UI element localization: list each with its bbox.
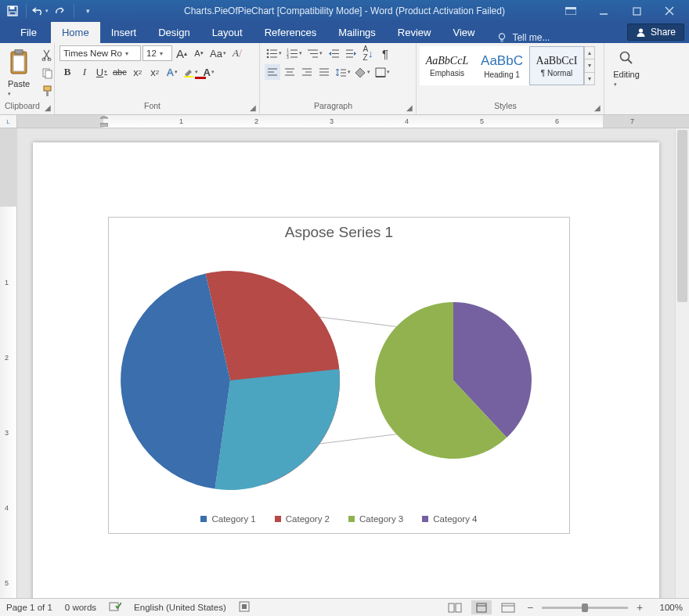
show-marks-button[interactable]: ¶ — [377, 45, 393, 61]
paste-button[interactable]: Paste ▾ — [5, 45, 34, 99]
font-size-select[interactable]: 12▾ — [142, 45, 172, 61]
chevron-down-icon[interactable]: ▾ — [585, 59, 594, 72]
svg-text:4: 4 — [5, 504, 9, 512]
cut-button[interactable] — [39, 47, 55, 63]
grow-font-button[interactable]: A▴ — [174, 45, 189, 61]
svg-text:4: 4 — [405, 117, 409, 125]
subscript-button[interactable]: x2 — [130, 64, 146, 80]
numbering-button[interactable]: 123▾ — [285, 45, 304, 61]
decrease-indent-button[interactable] — [326, 45, 341, 61]
style-name: Heading 1 — [484, 70, 520, 79]
svg-rect-2 — [9, 12, 16, 15]
minimize-icon[interactable] — [587, 2, 620, 20]
shading-button[interactable]: ▾ — [354, 64, 372, 80]
tab-selector[interactable]: L — [0, 115, 17, 128]
change-case-button[interactable]: Aa▾ — [208, 45, 228, 61]
ribbon-options-icon[interactable] — [554, 2, 587, 20]
tab-mailings[interactable]: Mailings — [327, 22, 387, 43]
vertical-scrollbar[interactable] — [675, 128, 689, 598]
spellcheck-icon[interactable] — [109, 601, 121, 614]
tab-home[interactable]: Home — [51, 22, 100, 43]
editing-menu[interactable]: Editing▾ — [610, 45, 643, 89]
tab-view[interactable]: View — [442, 22, 485, 43]
borders-button[interactable]: ▾ — [373, 64, 391, 80]
dialog-launcher-icon[interactable]: ◢ — [593, 103, 602, 113]
svg-rect-4 — [565, 7, 576, 9]
align-left-button[interactable] — [265, 64, 280, 80]
tell-me-search[interactable]: Tell me... — [496, 32, 550, 43]
chevron-up-icon[interactable]: ▴ — [585, 47, 594, 59]
web-layout-button[interactable] — [498, 600, 518, 614]
styles-more-icon[interactable]: ▾ — [585, 73, 594, 85]
tab-references[interactable]: References — [254, 22, 327, 43]
style-emphasis[interactable]: AaBbCcL Emphasis — [420, 46, 474, 85]
styles-scroll[interactable]: ▴ ▾ ▾ — [584, 46, 595, 85]
style-normal[interactable]: AaBbCcI ¶ Normal — [529, 46, 584, 85]
print-layout-button[interactable] — [471, 600, 492, 614]
sort-button[interactable]: AZ↓ — [360, 45, 376, 61]
tab-insert[interactable]: Insert — [100, 22, 148, 43]
undo-icon[interactable]: ▾ — [31, 2, 49, 20]
horizontal-ruler[interactable]: 123 456 7 — [17, 115, 689, 128]
line-spacing-button[interactable]: ▾ — [334, 64, 352, 80]
redo-icon[interactable] — [51, 2, 70, 20]
dialog-launcher-icon[interactable]: ◢ — [43, 103, 52, 113]
clear-format-button[interactable]: A⧸ — [229, 45, 245, 61]
svg-text:5: 5 — [480, 117, 484, 125]
read-mode-button[interactable] — [445, 600, 465, 614]
multilevel-button[interactable]: ▾ — [305, 45, 324, 61]
text-effects-button[interactable]: A▾ — [164, 64, 180, 80]
maximize-icon[interactable] — [620, 2, 653, 20]
zoom-out-button[interactable]: − — [525, 601, 536, 614]
svg-rect-14 — [15, 49, 23, 54]
tab-layout[interactable]: Layout — [201, 22, 254, 43]
share-button[interactable]: Share — [627, 23, 684, 41]
customize-qat-icon[interactable]: ▾ — [78, 2, 97, 20]
svg-point-61 — [620, 52, 629, 61]
bold-button[interactable]: B — [60, 64, 75, 80]
copy-button[interactable] — [39, 65, 55, 81]
format-painter-button[interactable] — [39, 83, 55, 99]
zoom-in-button[interactable]: + — [634, 601, 645, 614]
dialog-launcher-icon[interactable]: ◢ — [248, 103, 258, 113]
svg-rect-82 — [456, 603, 461, 612]
pie-of-pie-chart[interactable]: Aspose Series 1 — [108, 217, 570, 534]
svg-rect-81 — [449, 603, 454, 612]
font-name-select[interactable]: Times New Ro▾ — [60, 45, 141, 61]
svg-rect-21 — [46, 91, 49, 96]
bullets-button[interactable]: ▾ — [265, 45, 283, 61]
language-indicator[interactable]: English (United States) — [134, 603, 226, 612]
tab-file[interactable]: File — [6, 22, 51, 43]
align-center-button[interactable] — [282, 64, 298, 80]
zoom-level[interactable]: 100% — [651, 603, 683, 612]
strike-button[interactable]: abc — [111, 64, 128, 80]
tab-review[interactable]: Review — [387, 22, 442, 43]
document-page[interactable]: Aspose Series 1 — [33, 142, 659, 598]
svg-point-9 — [500, 34, 505, 39]
lightbulb-icon — [496, 32, 507, 43]
font-color-button[interactable]: A▾ — [201, 64, 217, 80]
superscript-button[interactable]: x2 — [147, 64, 163, 80]
increase-indent-button[interactable] — [343, 45, 359, 61]
zoom-slider[interactable] — [542, 607, 628, 609]
page-indicator[interactable]: Page 1 of 1 — [6, 603, 52, 612]
shrink-font-button[interactable]: A▾ — [191, 45, 207, 61]
chart-title: Aspose Series 1 — [109, 224, 569, 241]
word-count[interactable]: 0 words — [65, 603, 96, 612]
close-icon[interactable] — [653, 2, 686, 20]
italic-button[interactable]: I — [77, 64, 92, 80]
dialog-launcher-icon[interactable]: ◢ — [405, 103, 414, 113]
save-icon[interactable] — [3, 2, 22, 20]
svg-rect-83 — [477, 603, 486, 612]
underline-button[interactable]: U▾ — [94, 64, 110, 80]
svg-rect-59 — [376, 68, 385, 77]
align-right-button[interactable] — [299, 64, 315, 80]
style-preview: AaBbCcI — [536, 55, 578, 67]
macro-icon[interactable] — [239, 601, 250, 614]
vertical-ruler[interactable]: 123 45 — [0, 128, 17, 598]
svg-rect-19 — [45, 70, 52, 78]
style-heading1[interactable]: AaBbC Heading 1 — [474, 46, 529, 85]
justify-button[interactable] — [316, 64, 332, 80]
font-size-value: 12 — [146, 49, 157, 58]
tab-design[interactable]: Design — [147, 22, 200, 43]
